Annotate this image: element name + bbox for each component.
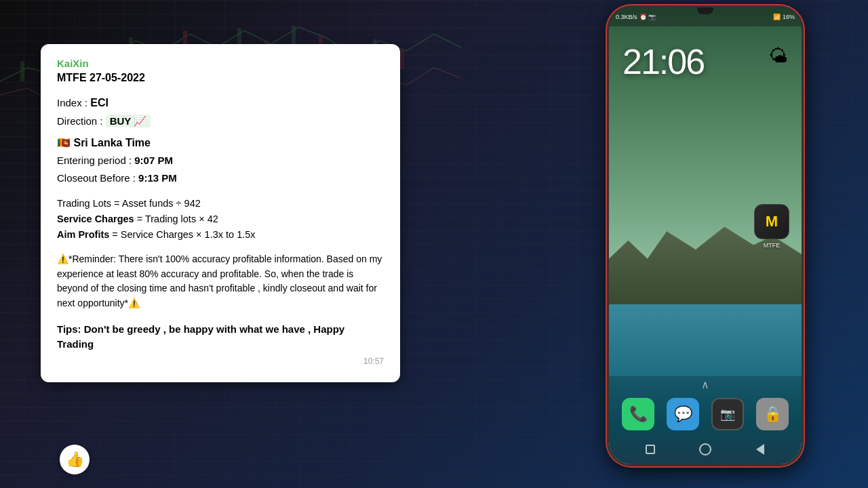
time-section: Entering period : 9:07 PM Closeout Befor… <box>57 153 384 186</box>
formula2-text: = Trading lots × 42 <box>134 214 218 224</box>
dock-camera-icon[interactable]: 📷 <box>711 398 744 430</box>
service-charges-label: Service Charges <box>57 214 134 224</box>
app-icon-bg: M <box>754 204 789 239</box>
index-line: Index : ECI <box>57 95 384 111</box>
status-icons: ⏰ 📷 <box>639 14 656 20</box>
signal-icon: 📶 <box>773 14 781 20</box>
phone-clock: 21:06 <box>623 41 704 82</box>
closeout-value: 9:13 PM <box>138 172 177 184</box>
back-icon <box>756 444 764 455</box>
index-value: ECI <box>90 97 108 108</box>
entering-value: 9:07 PM <box>134 155 173 166</box>
direction-value: BUY 📈 <box>106 115 151 127</box>
data-speed: 0.3KB/s <box>616 14 637 20</box>
reminder-icon: ⚠️ <box>57 253 68 264</box>
phone-screen: 0.3KB/s ⏰ 📷 📶 16% 21:06 🌤 M MTFE <box>609 7 802 464</box>
status-left: 0.3KB/s ⏰ 📷 <box>616 14 656 20</box>
flag-emoji: 🇱🇰 <box>57 137 71 148</box>
phone-body: 0.3KB/s ⏰ 📷 📶 16% 21:06 🌤 M MTFE <box>607 5 804 466</box>
sender-name: KaiXin <box>57 58 384 69</box>
formula2-line: Service Charges = Trading lots × 42 <box>57 211 384 227</box>
entering-label: Entering period : <box>57 155 134 166</box>
closeout-label: Closeout Before : <box>57 172 138 184</box>
phone-notch <box>697 7 713 14</box>
thumbs-up-reaction[interactable]: 👍 <box>60 445 90 474</box>
chat-message-card: KaiXin MTFE 27-05-2022 Index : ECI Direc… <box>41 44 400 382</box>
direction-line: Direction : BUY 📈 <box>57 114 384 129</box>
svg-rect-0 <box>20 61 24 81</box>
message-icon: 💬 <box>674 405 692 423</box>
nav-home-button[interactable] <box>698 443 712 456</box>
formula-section: Trading Lots = Asset funds ÷ 942 Service… <box>57 196 384 243</box>
mtfe-app-icon[interactable]: M MTFE <box>754 204 789 249</box>
formula3-text: = Service Charges × 1.3x to 1.5x <box>109 229 255 240</box>
phone-bottom-area: ∧ 📞 💬 📷 🔒 <box>609 376 802 464</box>
reaction-emoji: 👍 <box>66 451 84 468</box>
direction-label: Direction : <box>57 115 106 127</box>
svg-rect-14 <box>400 49 404 69</box>
srilanka-time: 🇱🇰 Sri Lanka Time <box>57 136 384 149</box>
closeout-line: Closeout Before : 9:13 PM <box>57 171 384 186</box>
message-title: MTFE 27-05-2022 <box>57 72 384 84</box>
camera-icon: 📷 <box>720 407 735 422</box>
tips-section: Tips: Don't be greedy , be happy with wh… <box>57 322 384 352</box>
formula1-line: Trading Lots = Asset funds ÷ 942 <box>57 196 384 211</box>
entering-period-line: Entering period : 9:07 PM <box>57 153 384 169</box>
status-right: 📶 16% <box>773 14 795 20</box>
dock-lock-icon[interactable]: 🔒 <box>756 398 789 430</box>
message-timestamp: 10:57 <box>57 357 384 366</box>
battery-level: 16% <box>783 14 795 20</box>
phone-icon: 📞 <box>629 405 648 423</box>
reminder-icon2: ⚠️ <box>128 298 140 308</box>
phone-nav-bar <box>609 443 802 456</box>
dock-phone-icon[interactable]: 📞 <box>622 398 654 430</box>
reminder-section: ⚠️*Reminder: There isn't 100% accuracy p… <box>57 252 384 311</box>
formula3-line: Aim Profits = Service Charges × 1.3x to … <box>57 227 384 243</box>
phone-mockup: 0.3KB/s ⏰ 📷 📶 16% 21:06 🌤 M MTFE <box>607 5 804 466</box>
app-icon-letter: M <box>766 213 778 230</box>
lock-icon: 🔒 <box>764 405 782 423</box>
home-icon <box>699 443 711 455</box>
location-text: Sri Lanka Time <box>73 137 151 148</box>
nav-back-button[interactable] <box>753 443 767 456</box>
reminder-text: *Reminder: There isn't 100% accuracy pro… <box>57 253 382 308</box>
phone-dock: 📞 💬 📷 🔒 <box>609 398 802 430</box>
nav-recents-button[interactable] <box>644 443 657 456</box>
index-label: Index : <box>57 97 90 108</box>
dock-message-icon[interactable]: 💬 <box>667 398 699 430</box>
phone-weather-icon: 🌤 <box>769 45 788 67</box>
recents-icon <box>646 445 655 454</box>
app-icon-label: MTFE <box>764 242 781 249</box>
aim-profits-label: Aim Profits <box>57 229 109 240</box>
swipe-up-indicator: ∧ <box>701 378 709 391</box>
